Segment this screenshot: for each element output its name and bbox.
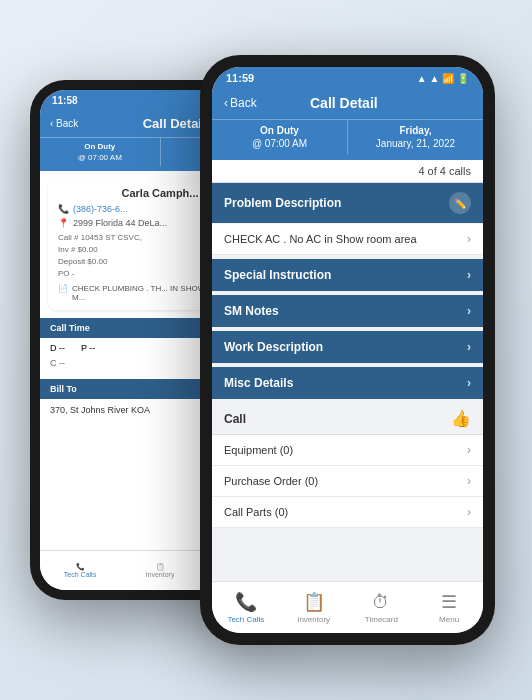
equipment-label: Equipment (0) (224, 444, 293, 456)
back-address: 2999 Florida 44 DeLa... (73, 218, 167, 228)
back-p-value: P -- (81, 343, 95, 353)
back-tab-tech-calls[interactable]: 📞 Tech Calls (40, 551, 120, 590)
front-call-count: 4 of 4 calls (212, 160, 483, 183)
front-tab-tech-calls[interactable]: 📞 Tech Calls (212, 582, 280, 633)
problem-description-edit-icon[interactable]: ✏️ (449, 192, 471, 214)
call-item-equipment[interactable]: Equipment (0) › (212, 435, 483, 466)
front-nav-bar: ‹ Back Call Detail (212, 89, 483, 119)
front-status-bar: 11:59 ▲ ▲ 📶 🔋 (212, 67, 483, 89)
front-phone-screen: 11:59 ▲ ▲ 📶 🔋 ‹ Back Call Detail On Duty… (212, 67, 483, 633)
back-d-value: D -- (50, 343, 65, 353)
purchase-order-label: Purchase Order (0) (224, 475, 318, 487)
front-tech-calls-label: Tech Calls (227, 615, 264, 624)
purchase-order-chevron: › (467, 474, 471, 488)
section-misc-details[interactable]: Misc Details › (212, 367, 483, 399)
section-work-description[interactable]: Work Description › (212, 331, 483, 363)
doc-icon: 📄 (58, 284, 68, 302)
front-call-count-text: 4 of 4 calls (418, 165, 471, 177)
special-instruction-label: Special Instruction (224, 268, 331, 282)
call-item-purchase-order[interactable]: Purchase Order (0) › (212, 466, 483, 497)
front-nav-title: Call Detail (265, 95, 423, 111)
front-tab-inventory[interactable]: 📋 Inventory (280, 582, 348, 633)
special-instruction-chevron: › (467, 268, 471, 282)
section-problem-description[interactable]: Problem Description ✏️ (212, 183, 483, 223)
back-call-time-label: Call Time (50, 323, 90, 333)
front-status-time: 11:59 (226, 72, 254, 84)
front-duty-label: On Duty (220, 124, 339, 137)
section-special-instruction[interactable]: Special Instruction › (212, 259, 483, 291)
back-bill-label: Bill To (50, 384, 77, 394)
back-nav-back[interactable]: ‹ Back (50, 118, 78, 129)
front-tab-timecard[interactable]: ⏱ Timecard (348, 582, 416, 633)
misc-details-label: Misc Details (224, 376, 293, 390)
equipment-chevron: › (467, 443, 471, 457)
front-status-icons: ▲ ▲ 📶 🔋 (417, 73, 469, 84)
call-section-label: Call (224, 412, 246, 426)
front-duty-time: @ 07:00 AM (220, 137, 339, 150)
back-duty-cell-1: On Duty @ 07:00 AM (40, 138, 160, 166)
work-description-chevron: › (467, 340, 471, 354)
sm-notes-chevron: › (467, 304, 471, 318)
front-duty-cell-1: On Duty @ 07:00 AM (212, 120, 347, 154)
front-date-value: January, 21, 2022 (356, 137, 475, 150)
back-tab-inventory[interactable]: 📋 Inventory (120, 551, 200, 590)
front-phone: 11:59 ▲ ▲ 📶 🔋 ‹ Back Call Detail On Duty… (200, 55, 495, 645)
map-icon: 📍 (58, 218, 69, 228)
front-back-label: Back (230, 96, 257, 110)
front-nav-back-button[interactable]: ‹ Back (224, 96, 257, 110)
thumbs-up-icon: 👍 (451, 409, 471, 428)
problem-description-chevron: › (467, 232, 471, 246)
back-inventory-icon: 📋 (156, 563, 165, 571)
section-sm-notes[interactable]: SM Notes › (212, 295, 483, 327)
front-duty-row: On Duty @ 07:00 AM Friday, January, 21, … (212, 119, 483, 160)
back-tech-calls-icon: 📞 (76, 563, 85, 571)
front-inventory-label: Inventory (297, 615, 330, 624)
front-duty-cell-2: Friday, January, 21, 2022 (347, 120, 483, 154)
back-status-time: 11:58 (52, 95, 78, 106)
back-duty-label: On Duty (46, 141, 154, 152)
problem-description-value[interactable]: CHECK AC . No AC in Show room area › (212, 224, 483, 255)
call-section-header: Call 👍 (212, 403, 483, 435)
front-date-label: Friday, (356, 124, 475, 137)
problem-description-label: Problem Description (224, 196, 341, 210)
call-item-call-parts[interactable]: Call Parts (0) › (212, 497, 483, 528)
front-timecard-label: Timecard (365, 615, 398, 624)
back-inventory-label: Inventory (146, 571, 175, 578)
front-menu-label: Menu (439, 615, 459, 624)
back-duty-time: @ 07:00 AM (46, 152, 154, 163)
sm-notes-label: SM Notes (224, 304, 279, 318)
work-description-label: Work Description (224, 340, 323, 354)
front-tab-bar: 📞 Tech Calls 📋 Inventory ⏱ Timecard ☰ Me… (212, 581, 483, 633)
problem-description-text: CHECK AC . No AC in Show room area (224, 233, 417, 245)
misc-details-chevron: › (467, 376, 471, 390)
front-timecard-icon: ⏱ (372, 592, 390, 613)
back-c-value: C -- (50, 358, 65, 368)
back-tech-calls-label: Tech Calls (64, 571, 96, 578)
front-tab-menu[interactable]: ☰ Menu (415, 582, 483, 633)
call-parts-chevron: › (467, 505, 471, 519)
phone-icon: 📞 (58, 204, 69, 214)
back-customer-phone: (386)-736-6... (73, 204, 128, 214)
front-tech-calls-icon: 📞 (235, 591, 257, 613)
front-content-area: Problem Description ✏️ CHECK AC . No AC … (212, 183, 483, 581)
front-menu-icon: ☰ (441, 591, 457, 613)
front-inventory-icon: 📋 (303, 591, 325, 613)
call-parts-label: Call Parts (0) (224, 506, 288, 518)
